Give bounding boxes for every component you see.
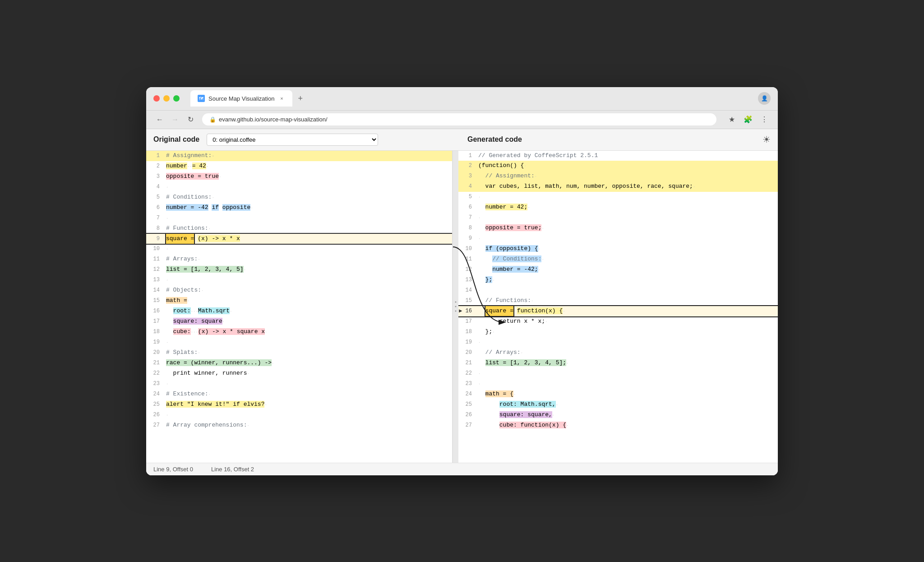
panel-divider[interactable]: [453, 151, 458, 463]
original-code-panel[interactable]: 1 # Assignment:· 2 number··= 42· 3 oppos…: [146, 151, 453, 463]
table-row: 19 ·: [458, 337, 778, 348]
address-bar: ← → ↻ 🔒 evanw.github.io/source-map-visua…: [146, 111, 778, 129]
svg-point-2: [455, 311, 457, 312]
refresh-button[interactable]: ↻: [184, 113, 197, 126]
table-row: 26 square: square,·: [458, 410, 778, 420]
back-button[interactable]: ←: [153, 113, 166, 126]
url-text: evanw.github.io/source-map-visualization…: [219, 116, 328, 123]
table-row: 14 # Objects:·: [146, 285, 452, 296]
tab-close-button[interactable]: ×: [278, 95, 285, 102]
table-row: 3 opposite = true·: [146, 172, 452, 182]
right-title-area: Generated code ☀: [467, 134, 771, 145]
title-bar: 🗺 Source Map Visualization × + 👤: [146, 87, 778, 111]
panels-container: 1 # Assignment:· 2 number··= 42· 3 oppos…: [146, 151, 778, 463]
table-row: 13 };·: [458, 275, 778, 285]
content-area: Original code 0: original.coffee Generat…: [146, 129, 778, 475]
left-title-area: Original code 0: original.coffee: [153, 134, 460, 146]
minimize-button[interactable]: [163, 95, 170, 102]
table-row: 2 number··= 42·: [146, 161, 452, 172]
table-row: 16 root:···Math.sqrt·: [146, 306, 452, 316]
new-tab-button[interactable]: +: [294, 92, 306, 105]
table-row: 22 print winner, runners·: [146, 368, 452, 379]
profile-button[interactable]: 👤: [758, 92, 771, 105]
tab-bar: 🗺 Source Map Visualization × +: [190, 90, 306, 107]
maximize-button[interactable]: [173, 95, 180, 102]
tab-title: Source Map Visualization: [208, 95, 274, 102]
nav-buttons: ← → ↻: [153, 113, 197, 126]
table-row: 1 # Assignment:·: [146, 151, 452, 161]
file-selector[interactable]: 0: original.coffee: [207, 134, 378, 146]
lock-icon: 🔒: [209, 116, 216, 123]
table-row: 24 # Existence:·: [146, 389, 452, 399]
table-row: 5 ·: [458, 192, 778, 202]
traffic-lights: [153, 95, 180, 102]
table-row: 6 number = 42;·: [458, 202, 778, 213]
tab-favicon: 🗺: [198, 95, 205, 102]
table-row: 23 ·: [458, 379, 778, 389]
table-row: 11 # Arrays:·: [146, 254, 452, 265]
table-row: 9 square = (x) -> x * x: [146, 234, 452, 244]
table-row: 27 # Array comprehensions:·: [146, 420, 452, 431]
table-row: 15 // Functions:·: [458, 296, 778, 306]
table-row: 25 root: Math.sqrt,·: [458, 399, 778, 410]
table-row: 8 opposite = true;·: [458, 223, 778, 233]
svg-point-1: [455, 306, 457, 307]
table-row: 19 ·: [146, 337, 452, 348]
table-row: 10 ·: [146, 244, 452, 254]
right-panel-title: Generated code: [467, 135, 522, 144]
table-row: 1 // Generated by CoffeeScript 2.5.1: [458, 151, 778, 161]
table-row: 17 return x * x;·: [458, 316, 778, 327]
forward-button[interactable]: →: [169, 113, 181, 126]
table-row: 21 race = (winner, runners...) ->·: [146, 358, 452, 368]
panels-header: Original code 0: original.coffee Generat…: [146, 129, 778, 151]
table-row: 14 ·: [458, 285, 778, 296]
bookmark-button[interactable]: ★: [725, 113, 738, 126]
left-panel-title: Original code: [153, 135, 199, 144]
table-row: 4 var cubes, list, math, num, number, op…: [458, 181, 778, 192]
table-row: 18 };·: [458, 327, 778, 337]
table-row: 20 // Arrays:·: [458, 348, 778, 358]
table-row: 24 math = {·: [458, 389, 778, 399]
table-row: 5 # Conditions:·: [146, 192, 452, 203]
left-status: Line 9, Offset 0: [153, 466, 193, 473]
table-row: 11 // Conditions:·: [458, 254, 778, 265]
table-row: 27 cube: function(x) {·: [458, 420, 778, 431]
table-row: 10 if (opposite) {·: [458, 244, 778, 254]
menu-button[interactable]: ⋮: [758, 113, 771, 126]
table-row: 4 ·: [146, 182, 452, 192]
table-row: 3 // Assignment:·: [458, 171, 778, 181]
table-row: 25 alert "I knew it!" if elvis?·: [146, 399, 452, 410]
browser-window: 🗺 Source Map Visualization × + 👤 ← → ↻ 🔒…: [146, 87, 778, 475]
status-bar: Line 9, Offset 0 Line 16, Offset 2: [146, 463, 778, 475]
table-row: 12 list = [1, 2, 3, 4, 5]·: [146, 265, 452, 275]
generated-code-panel[interactable]: 1 // Generated by CoffeeScript 2.5.1 2 (…: [458, 151, 778, 463]
table-row: ▶ 16 square = function(x) {·: [458, 306, 778, 316]
table-row: 13 ·: [146, 275, 452, 285]
table-row: 9 ·: [458, 233, 778, 244]
table-row: 7 ·: [458, 213, 778, 223]
theme-toggle-icon[interactable]: ☀: [762, 134, 771, 145]
browser-actions: ★ 🧩 ⋮: [725, 113, 771, 126]
table-row: 8 # Functions:·: [146, 223, 452, 234]
svg-point-0: [455, 302, 457, 303]
table-row: 15 math =·: [146, 296, 452, 306]
active-tab[interactable]: 🗺 Source Map Visualization ×: [190, 90, 292, 107]
extensions-button[interactable]: 🧩: [742, 113, 754, 126]
table-row: 22 ·: [458, 368, 778, 379]
table-row: 6 number = -42 if opposite·: [146, 203, 452, 213]
table-row: 17 square: square·: [146, 316, 452, 327]
close-button[interactable]: [153, 95, 160, 102]
table-row: 18 cube:···(x) -> x * square x·: [146, 327, 452, 337]
table-row: 23 ·: [146, 379, 452, 389]
table-row: 21 list = [1, 2, 3, 4, 5];·: [458, 358, 778, 368]
table-row: 12 number = -42;·: [458, 265, 778, 275]
url-bar[interactable]: 🔒 evanw.github.io/source-map-visualizati…: [202, 113, 716, 125]
table-row: 20 # Splats:·: [146, 348, 452, 358]
table-row: 2 (function() {·: [458, 161, 778, 171]
table-row: 7 ·: [146, 213, 452, 223]
right-status: Line 16, Offset 2: [211, 466, 254, 473]
table-row: 26 ·: [146, 410, 452, 420]
